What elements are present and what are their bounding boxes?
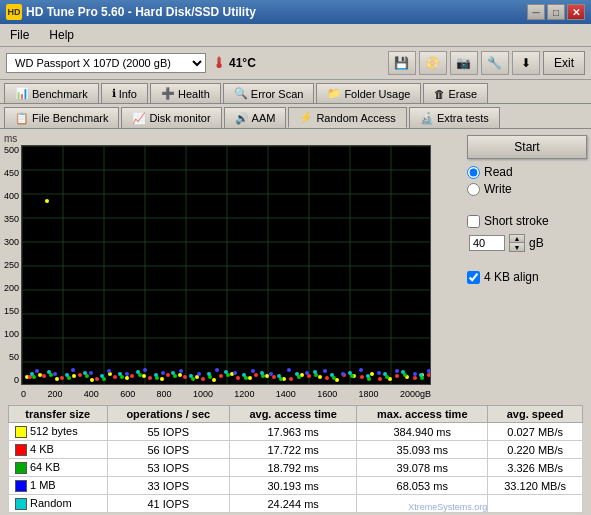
svg-point-38 (318, 375, 322, 379)
stroke-value-input[interactable] (469, 235, 505, 251)
disk-icon[interactable]: 📀 (419, 51, 447, 75)
chart-container: ms 500 450 400 350 300 250 200 150 100 5… (4, 133, 463, 399)
row-1-max: 35.093 ms (357, 441, 488, 459)
row-0-label: 512 bytes (9, 423, 108, 441)
svg-point-135 (366, 374, 370, 378)
short-stroke-option[interactable]: Short stroke (467, 214, 587, 228)
camera-icon[interactable]: 📷 (450, 51, 478, 75)
row-2-avg: 18.792 ms (230, 459, 357, 477)
row-3-ops: 33 IOPS (107, 477, 230, 495)
tab-folder-usage[interactable]: 📁Folder Usage (316, 83, 421, 103)
tab-benchmark[interactable]: 📊Benchmark (4, 83, 99, 103)
svg-point-35 (265, 374, 269, 378)
svg-point-61 (289, 377, 293, 381)
svg-point-109 (323, 369, 327, 373)
svg-point-54 (166, 373, 170, 377)
tab-disk-monitor[interactable]: 📈Disk monitor (121, 107, 221, 128)
write-radio[interactable] (467, 183, 480, 196)
y-label-200: 200 (4, 283, 19, 293)
write-option[interactable]: Write (467, 182, 587, 196)
read-option[interactable]: Read (467, 165, 587, 179)
color-swatch-4 (15, 498, 27, 510)
menu-help[interactable]: Help (43, 26, 80, 44)
svg-point-128 (242, 373, 246, 377)
chart-row: ms 500 450 400 350 300 250 200 150 100 5… (4, 133, 587, 399)
stroke-spinner: ▲ ▼ (509, 234, 525, 252)
color-swatch-3 (15, 480, 27, 492)
svg-point-28 (142, 374, 146, 378)
svg-point-118 (65, 373, 69, 377)
svg-point-129 (260, 371, 264, 375)
exit-button[interactable]: Exit (543, 51, 585, 75)
tab-error-scan[interactable]: 🔍Error Scan (223, 83, 315, 103)
tab-extra-tests[interactable]: 🔬Extra tests (409, 107, 500, 128)
y-label-250: 250 (4, 260, 19, 270)
info-icon: ℹ (112, 87, 116, 100)
svg-point-52 (130, 374, 134, 378)
col-transfer-size: transfer size (9, 406, 108, 423)
results-table: transfer size operations / sec avg. acce… (8, 405, 583, 513)
random-icon: ⚡ (299, 111, 313, 124)
align-option[interactable]: 4 KB align (467, 270, 587, 284)
maximize-button[interactable]: □ (547, 4, 565, 20)
temperature-value: 41°C (229, 56, 256, 70)
svg-point-116 (30, 372, 34, 376)
download-icon[interactable]: ⬇ (512, 51, 540, 75)
svg-point-66 (378, 377, 382, 381)
app-icon: HD (6, 4, 22, 20)
col-max-access: max. access time (357, 406, 488, 423)
temperature-display: 🌡 41°C (212, 55, 256, 71)
row-0-ops: 55 IOPS (107, 423, 230, 441)
thermometer-icon: 🌡 (212, 55, 226, 71)
hdd-icon[interactable]: 💾 (388, 51, 416, 75)
chart-with-labels: 500 450 400 350 300 250 200 150 100 50 0 (4, 145, 463, 399)
minimize-button[interactable]: ─ (527, 4, 545, 20)
svg-point-93 (35, 369, 39, 373)
title-bar-left: HD HD Tune Pro 5.60 - Hard Disk/SSD Util… (6, 4, 256, 20)
row-3-avg: 30.193 ms (230, 477, 357, 495)
svg-point-104 (233, 371, 237, 375)
svg-point-112 (377, 371, 381, 375)
svg-point-131 (295, 372, 299, 376)
svg-point-108 (305, 371, 309, 375)
toolbar: WD Passport X 107D (2000 gB) 🌡 41°C 💾 📀 … (0, 47, 591, 80)
monitor-icon: 📈 (132, 112, 146, 125)
menu-file[interactable]: File (4, 26, 35, 44)
align-checkbox[interactable] (467, 271, 480, 284)
tab-aam[interactable]: 🔊AAM (224, 107, 287, 128)
drive-select[interactable]: WD Passport X 107D (2000 gB) (6, 53, 206, 73)
svg-point-34 (248, 376, 252, 380)
svg-point-130 (277, 374, 281, 378)
tab-health[interactable]: ➕Health (150, 83, 221, 103)
svg-point-113 (395, 369, 399, 373)
read-radio[interactable] (467, 166, 480, 179)
short-stroke-checkbox[interactable] (467, 215, 480, 228)
tab-file-benchmark[interactable]: 📋File Benchmark (4, 107, 119, 128)
window-title: HD Tune Pro 5.60 - Hard Disk/SSD Utility (26, 5, 256, 19)
x-1600: 1600 (317, 389, 337, 399)
tab-random-access[interactable]: ⚡Random Access (288, 107, 406, 128)
tab-erase[interactable]: 🗑Erase (423, 83, 488, 103)
table-row: 64 KB 53 IOPS 18.792 ms 39.078 ms 3.326 … (9, 459, 583, 477)
svg-point-68 (413, 376, 417, 380)
svg-point-41 (370, 372, 374, 376)
svg-point-138 (419, 373, 423, 377)
close-button[interactable]: ✕ (567, 4, 585, 20)
svg-point-48 (60, 376, 64, 380)
menu-bar: File Help (0, 24, 591, 47)
tabs-row-1: 📊Benchmark ℹInfo ➕Health 🔍Error Scan 📁Fo… (0, 80, 591, 104)
start-button[interactable]: Start (467, 135, 587, 159)
x-2000: 2000gB (400, 389, 431, 399)
stroke-down-button[interactable]: ▼ (510, 243, 524, 251)
row-4-label: Random (9, 495, 108, 513)
tools-icon[interactable]: 🔧 (481, 51, 509, 75)
svg-point-111 (359, 368, 363, 372)
table-row: 512 bytes 55 IOPS 17.963 ms 384.940 ms 0… (9, 423, 583, 441)
stroke-up-button[interactable]: ▲ (510, 235, 524, 243)
tab-info[interactable]: ℹInfo (101, 83, 148, 103)
col-ops: operations / sec (107, 406, 230, 423)
row-0-speed: 0.027 MB/s (488, 423, 583, 441)
row-4-ops: 41 IOPS (107, 495, 230, 513)
scan-icon: 🔍 (234, 87, 248, 100)
table-row: 1 MB 33 IOPS 30.193 ms 68.053 ms 33.120 … (9, 477, 583, 495)
